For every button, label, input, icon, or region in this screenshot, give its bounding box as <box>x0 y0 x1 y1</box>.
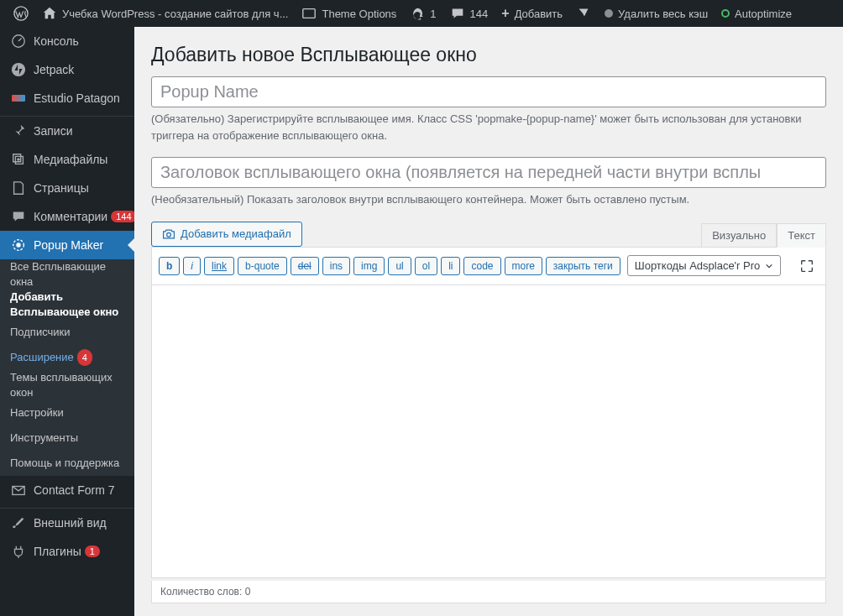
fullscreen-icon <box>799 258 814 274</box>
qt-bquote[interactable]: b-quote <box>238 257 287 275</box>
sub-all-popups[interactable]: Все Всплывающие окна <box>0 259 134 290</box>
menu-plugins[interactable]: Плагины1 <box>0 537 134 566</box>
menu-pages[interactable]: Страницы <box>0 174 134 202</box>
jetpack-icon <box>10 61 27 78</box>
theme-options[interactable]: Theme Options <box>295 0 403 27</box>
sub-add-popup[interactable]: Добавить Всплывающее окно <box>0 290 134 320</box>
content-editor[interactable] <box>151 285 826 578</box>
name-help: (Обязательно) Зарегистрируйте всплывающе… <box>151 111 826 144</box>
wp-logo[interactable] <box>7 0 35 27</box>
tab-visual[interactable]: Визуально <box>701 223 777 247</box>
svg-point-6 <box>16 243 20 247</box>
menu-console[interactable]: Консоль <box>0 27 134 55</box>
comments-count[interactable]: 144 <box>443 0 495 27</box>
clear-cache[interactable]: Удалить весь кэш <box>598 0 715 27</box>
plus-icon: + <box>501 6 509 21</box>
chevron-down-icon <box>765 262 773 270</box>
qt-li[interactable]: li <box>441 257 460 275</box>
brush-icon <box>10 514 27 531</box>
submenu-popup: Все Всплывающие окна Добавить Всплывающе… <box>0 259 134 476</box>
sub-help[interactable]: Помощь и поддержка <box>0 451 134 476</box>
qt-img[interactable]: img <box>353 257 385 275</box>
site-name: Учебка WordPress - создание сайтов для ч… <box>62 8 288 20</box>
qt-ins[interactable]: ins <box>322 257 350 275</box>
qt-code[interactable]: code <box>463 257 500 275</box>
popup-title-input[interactable] <box>151 157 826 188</box>
add-new[interactable]: +Добавить <box>495 0 569 27</box>
sub-themes[interactable]: Темы всплывающих окон <box>0 370 134 400</box>
svg-point-4 <box>17 158 20 161</box>
estudio-icon <box>10 90 27 107</box>
qt-link[interactable]: link <box>204 257 234 275</box>
pin-icon <box>10 123 27 139</box>
word-count: Количество слов: 0 <box>151 581 826 603</box>
add-media-button[interactable]: Добавить медиафайл <box>151 222 302 247</box>
menu-estudio[interactable]: Estudio Patagon <box>0 84 134 112</box>
sub-extend[interactable]: Расширение4 <box>0 345 134 370</box>
camera-icon <box>162 227 175 241</box>
qt-more[interactable]: more <box>505 257 542 275</box>
site-home[interactable]: Учебка WordPress - создание сайтов для ч… <box>35 0 295 27</box>
dot-icon <box>605 9 613 18</box>
plug-icon <box>10 543 27 560</box>
plugins-badge: 1 <box>85 546 100 557</box>
yoast[interactable] <box>569 0 598 27</box>
sub-settings[interactable]: Настройки <box>0 400 134 425</box>
media-icon <box>10 151 27 168</box>
comment-icon <box>10 208 27 225</box>
qt-i[interactable]: i <box>183 257 201 275</box>
qt-ul[interactable]: ul <box>388 257 411 275</box>
editor-tabs: Визуально Текст <box>701 223 826 247</box>
popup-name-input[interactable] <box>151 76 826 107</box>
quicktags-bar: b i link b-quote del ins img ul ol li co… <box>151 247 826 285</box>
qt-close[interactable]: закрыть теги <box>546 257 620 275</box>
extend-badge: 4 <box>77 349 92 366</box>
updates[interactable]: 1 <box>403 0 442 27</box>
svg-point-8 <box>167 232 171 237</box>
circle-icon <box>721 9 730 18</box>
mail-icon <box>10 482 27 499</box>
popup-icon <box>10 237 27 253</box>
menu-cf7[interactable]: Contact Form 7 <box>0 476 134 504</box>
dashboard-icon <box>10 33 27 50</box>
svg-point-3 <box>12 63 25 76</box>
svg-rect-1 <box>303 9 315 18</box>
menu-appearance[interactable]: Внешний вид <box>0 509 134 537</box>
menu-popup-maker[interactable]: Popup Maker <box>0 231 134 259</box>
sub-tools[interactable]: Инструменты <box>0 425 134 451</box>
page-icon <box>10 180 27 196</box>
qt-b[interactable]: b <box>159 257 180 275</box>
menu-comments[interactable]: Комментарии144 <box>0 202 134 231</box>
fullscreen-button[interactable] <box>795 254 819 278</box>
menu-jetpack[interactable]: Jetpack <box>0 55 134 84</box>
autoptimize[interactable]: Autoptimize <box>715 0 798 27</box>
title-help: (Необязательный) Показать заголовок внут… <box>151 191 826 208</box>
tab-text[interactable]: Текст <box>777 223 826 248</box>
comments-badge: 144 <box>111 211 134 222</box>
sub-subscribers[interactable]: Подписчики <box>0 320 134 345</box>
page-title: Добавить новое Всплывающее окно <box>151 44 826 66</box>
menu-media[interactable]: Медиафайлы <box>0 145 134 174</box>
qt-ol[interactable]: ol <box>415 257 437 275</box>
shortcodes-select[interactable]: Шорткоды Adsplace'r Pro <box>627 255 782 276</box>
qt-del[interactable]: del <box>291 257 319 275</box>
menu-posts[interactable]: Записи <box>0 117 134 145</box>
